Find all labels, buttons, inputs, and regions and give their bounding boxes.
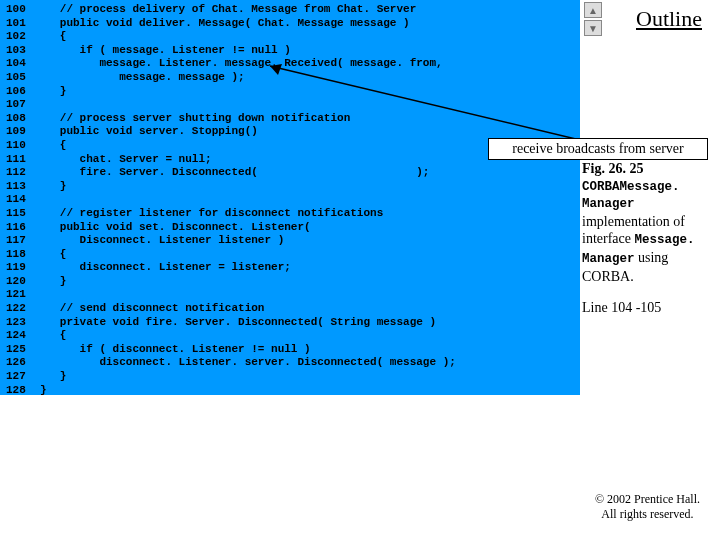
code-line: } xyxy=(40,180,456,194)
line-number: 109 xyxy=(6,125,40,139)
code-line: // send disconnect notification xyxy=(40,302,456,316)
code-line: if ( disconnect. Listener != null ) xyxy=(40,343,456,357)
line-number: 103 xyxy=(6,44,40,58)
code-line: private void fire. Server. Disconnected(… xyxy=(40,316,456,330)
code-line: // register listener for disconnect noti… xyxy=(40,207,456,221)
code-line: { xyxy=(40,30,456,44)
line-number: 120 xyxy=(6,275,40,289)
code-line: disconnect. Listener. server. Disconnect… xyxy=(40,356,456,370)
line-number: 118 xyxy=(6,248,40,262)
line-number: 122 xyxy=(6,302,40,316)
code-line: } xyxy=(40,370,456,384)
code-line: { xyxy=(40,139,456,153)
line-number: 104 xyxy=(6,57,40,71)
arrow-down-button[interactable]: ▼ xyxy=(584,20,602,36)
code-line: disconnect. Listener = listener; xyxy=(40,261,456,275)
callout-box: receive broadcasts from server xyxy=(488,138,708,160)
line-number: 128 xyxy=(6,384,40,398)
line-number: 124 xyxy=(6,329,40,343)
line-number: 126 xyxy=(6,356,40,370)
outline-title: Outline xyxy=(636,6,702,32)
line-number: 115 xyxy=(6,207,40,221)
line-number: 127 xyxy=(6,370,40,384)
code-line: { xyxy=(40,248,456,262)
line-number: 116 xyxy=(6,221,40,235)
line-number: 102 xyxy=(6,30,40,44)
code-line: message. message ); xyxy=(40,71,456,85)
code-body: // process delivery of Chat. Message fro… xyxy=(40,0,456,395)
code-line: public void set. Disconnect. Listener( xyxy=(40,221,456,235)
line-number: 111 xyxy=(6,153,40,167)
copyright-line1: © 2002 Prentice Hall. xyxy=(595,492,700,506)
code-line: if ( message. Listener != null ) xyxy=(40,44,456,58)
code-line: public void deliver. Message( Chat. Mess… xyxy=(40,17,456,31)
line-number: 100 xyxy=(6,3,40,17)
line-number: 125 xyxy=(6,343,40,357)
class-name: CORBAMessage. Manager xyxy=(582,180,680,212)
code-line xyxy=(40,288,456,302)
figure-label: Fig. 26. 25 xyxy=(582,160,720,178)
code-line: fire. Server. Disconnected( ); xyxy=(40,166,456,180)
code-line: Disconnect. Listener listener ) xyxy=(40,234,456,248)
line-number: 106 xyxy=(6,85,40,99)
code-line: chat. Server = null; xyxy=(40,153,456,167)
line-number: 105 xyxy=(6,71,40,85)
line-number: 110 xyxy=(6,139,40,153)
code-line: { xyxy=(40,329,456,343)
code-line xyxy=(40,98,456,112)
line-number: 119 xyxy=(6,261,40,275)
code-line: message. Listener. message. Received( me… xyxy=(40,57,456,71)
line-number: 121 xyxy=(6,288,40,302)
line-reference: Line 104 -105 xyxy=(582,299,720,317)
code-line xyxy=(40,193,456,207)
line-number: 108 xyxy=(6,112,40,126)
copyright: © 2002 Prentice Hall. All rights reserve… xyxy=(595,492,700,522)
code-panel: 1001011021031041051061071081091101111121… xyxy=(0,0,580,395)
line-number: 114 xyxy=(6,193,40,207)
line-number: 113 xyxy=(6,180,40,194)
sidebar-text: Fig. 26. 25 CORBAMessage. Manager implem… xyxy=(582,160,720,317)
line-number: 123 xyxy=(6,316,40,330)
code-line: // process server shutting down notifica… xyxy=(40,112,456,126)
code-line: // process delivery of Chat. Message fro… xyxy=(40,3,456,17)
line-number: 112 xyxy=(6,166,40,180)
code-line: } xyxy=(40,85,456,99)
code-line: public void server. Stopping() xyxy=(40,125,456,139)
copyright-line2: All rights reserved. xyxy=(601,507,693,521)
code-line: } xyxy=(40,275,456,289)
arrow-up-button[interactable]: ▲ xyxy=(584,2,602,18)
line-number: 117 xyxy=(6,234,40,248)
line-number: 107 xyxy=(6,98,40,112)
callout-text: receive broadcasts from server xyxy=(512,141,683,156)
line-number: 101 xyxy=(6,17,40,31)
code-line: } xyxy=(40,384,456,398)
line-number-gutter: 1001011021031041051061071081091101111121… xyxy=(0,0,40,395)
